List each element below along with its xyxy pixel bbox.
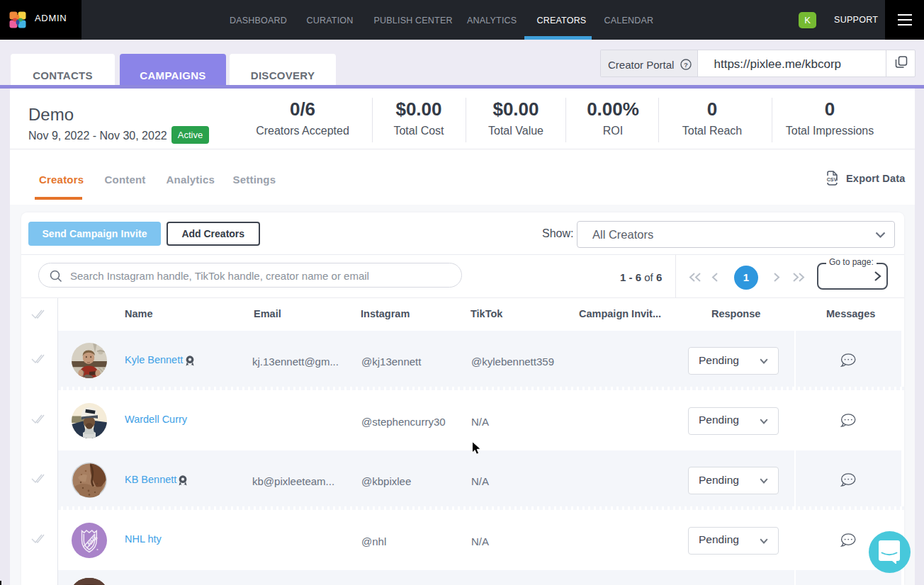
svg-text:?: ? [684, 61, 688, 69]
svg-text:CSV: CSV [827, 177, 838, 182]
